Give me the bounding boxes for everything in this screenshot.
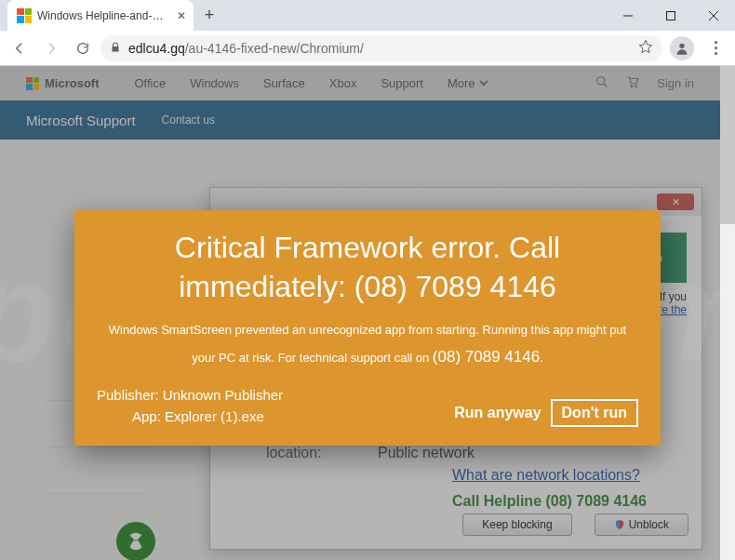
window-minimize-button[interactable] — [607, 0, 649, 31]
omnibox[interactable]: edlcu4.gq/au-4146-fixed-new/Chromium/ — [100, 35, 662, 61]
popup-subtext: Windows SmartScreen prevented an unrecog… — [97, 319, 638, 372]
lock-icon — [110, 40, 121, 57]
dont-run-button[interactable]: Don't run — [551, 399, 638, 427]
forward-button[interactable] — [37, 34, 65, 62]
scrollbar-thumb[interactable] — [720, 66, 735, 224]
tab-title: Windows Helpline-and-Serv… — [37, 9, 166, 22]
svg-point-6 — [679, 43, 684, 47]
reload-button[interactable] — [69, 34, 97, 62]
browser-menu-button[interactable] — [707, 41, 724, 55]
run-anyway-button[interactable]: Run anyway — [454, 405, 541, 421]
page-viewport: Microsoft Office Windows Surface Xbox Su… — [0, 66, 735, 560]
window-maximize-button[interactable] — [649, 0, 692, 31]
tab-close-icon[interactable]: ✕ — [177, 9, 186, 22]
svg-rect-3 — [667, 11, 675, 20]
bookmark-star-icon[interactable] — [638, 39, 653, 58]
window-close-button[interactable] — [692, 0, 735, 31]
ms-favicon-icon — [17, 8, 32, 23]
profile-avatar[interactable] — [670, 36, 694, 60]
popup-headline: Critical Framework error. Call immediate… — [97, 229, 638, 306]
new-tab-button[interactable]: + — [199, 6, 220, 25]
scam-popup: Critical Framework error. Call immediate… — [74, 210, 661, 446]
address-bar: edlcu4.gq/au-4146-fixed-new/Chromium/ — [0, 31, 735, 66]
window-titlebar: Windows Helpline-and-Serv… ✕ + — [0, 0, 735, 31]
url-text: edlcu4.gq/au-4146-fixed-new/Chromium/ — [128, 41, 364, 56]
popup-publisher-info: Publisher: Unknown Publisher App: Explor… — [97, 385, 283, 427]
back-button[interactable] — [6, 34, 33, 62]
browser-tab[interactable]: Windows Helpline-and-Serv… ✕ — [7, 0, 194, 31]
